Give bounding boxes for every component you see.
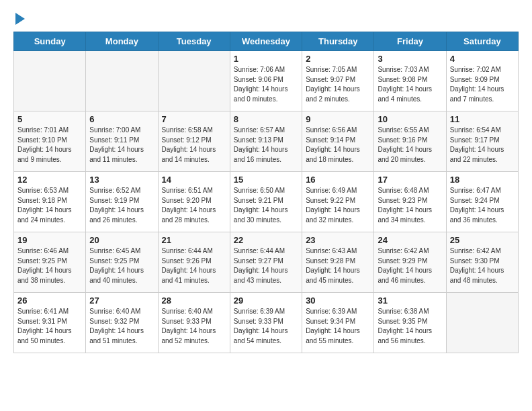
calendar-cell: 5Sunrise: 7:01 AM Sunset: 9:10 PM Daylig… <box>14 111 86 172</box>
day-number: 15 <box>234 175 298 185</box>
calendar-cell: 22Sunrise: 6:44 AM Sunset: 9:27 PM Dayli… <box>230 232 302 293</box>
day-info: Sunrise: 7:06 AM Sunset: 9:06 PM Dayligh… <box>234 65 298 104</box>
calendar-cell: 27Sunrise: 6:40 AM Sunset: 9:32 PM Dayli… <box>86 293 158 353</box>
calendar-cell: 2Sunrise: 7:05 AM Sunset: 9:07 PM Daylig… <box>302 51 374 111</box>
calendar-cell <box>158 51 230 111</box>
day-number: 18 <box>450 175 515 185</box>
day-info: Sunrise: 6:50 AM Sunset: 9:21 PM Dayligh… <box>234 186 298 225</box>
calendar-cell: 13Sunrise: 6:52 AM Sunset: 9:19 PM Dayli… <box>86 172 158 232</box>
calendar-week-3: 12Sunrise: 6:53 AM Sunset: 9:18 PM Dayli… <box>14 172 519 232</box>
day-info: Sunrise: 6:44 AM Sunset: 9:26 PM Dayligh… <box>162 246 226 285</box>
day-number: 4 <box>450 54 515 64</box>
calendar-cell: 14Sunrise: 6:51 AM Sunset: 9:20 PM Dayli… <box>158 172 230 232</box>
calendar-week-2: 5Sunrise: 7:01 AM Sunset: 9:10 PM Daylig… <box>14 111 519 172</box>
day-info: Sunrise: 6:40 AM Sunset: 9:32 PM Dayligh… <box>89 307 154 346</box>
calendar-cell: 15Sunrise: 6:50 AM Sunset: 9:21 PM Dayli… <box>230 172 302 232</box>
day-number: 8 <box>234 114 298 124</box>
day-number: 10 <box>378 114 442 124</box>
calendar-cell: 23Sunrise: 6:43 AM Sunset: 9:28 PM Dayli… <box>302 232 374 293</box>
weekday-header-monday: Monday <box>86 32 158 51</box>
day-info: Sunrise: 6:58 AM Sunset: 9:12 PM Dayligh… <box>162 126 226 165</box>
day-number: 6 <box>89 114 154 124</box>
day-number: 7 <box>162 114 226 124</box>
calendar-week-5: 26Sunrise: 6:41 AM Sunset: 9:31 PM Dayli… <box>14 293 519 353</box>
calendar-cell: 30Sunrise: 6:39 AM Sunset: 9:34 PM Dayli… <box>302 293 374 353</box>
day-info: Sunrise: 6:39 AM Sunset: 9:33 PM Dayligh… <box>234 307 298 346</box>
calendar-cell: 7Sunrise: 6:58 AM Sunset: 9:12 PM Daylig… <box>158 111 230 172</box>
calendar-cell: 29Sunrise: 6:39 AM Sunset: 9:33 PM Dayli… <box>230 293 302 353</box>
weekday-header-friday: Friday <box>374 32 446 51</box>
day-number: 13 <box>89 175 154 185</box>
logo-text <box>13 10 25 25</box>
calendar-table: SundayMondayTuesdayWednesdayThursdayFrid… <box>13 32 519 353</box>
day-info: Sunrise: 6:51 AM Sunset: 9:20 PM Dayligh… <box>162 186 226 225</box>
day-number: 28 <box>162 295 226 306</box>
weekday-header-sunday: Sunday <box>14 32 86 51</box>
logo <box>13 10 25 25</box>
calendar-cell <box>14 51 86 111</box>
day-number: 27 <box>89 295 154 306</box>
header <box>13 10 519 25</box>
day-number: 12 <box>17 175 82 185</box>
day-info: Sunrise: 6:45 AM Sunset: 9:25 PM Dayligh… <box>89 246 154 285</box>
weekday-header-saturday: Saturday <box>446 32 518 51</box>
day-number: 23 <box>306 235 370 245</box>
day-info: Sunrise: 6:39 AM Sunset: 9:34 PM Dayligh… <box>306 307 370 346</box>
day-number: 5 <box>17 114 82 124</box>
calendar-week-1: 1Sunrise: 7:06 AM Sunset: 9:06 PM Daylig… <box>14 51 519 111</box>
calendar-cell: 19Sunrise: 6:46 AM Sunset: 9:25 PM Dayli… <box>14 232 86 293</box>
calendar-cell: 8Sunrise: 6:57 AM Sunset: 9:13 PM Daylig… <box>230 111 302 172</box>
day-info: Sunrise: 6:57 AM Sunset: 9:13 PM Dayligh… <box>234 126 298 165</box>
calendar-cell: 20Sunrise: 6:45 AM Sunset: 9:25 PM Dayli… <box>86 232 158 293</box>
calendar-cell: 1Sunrise: 7:06 AM Sunset: 9:06 PM Daylig… <box>230 51 302 111</box>
day-number: 20 <box>89 235 154 245</box>
day-number: 21 <box>162 235 226 245</box>
day-info: Sunrise: 6:54 AM Sunset: 9:17 PM Dayligh… <box>450 126 515 165</box>
day-number: 19 <box>17 235 82 245</box>
day-info: Sunrise: 6:46 AM Sunset: 9:25 PM Dayligh… <box>17 246 82 285</box>
calendar-cell: 4Sunrise: 7:02 AM Sunset: 9:09 PM Daylig… <box>446 51 518 111</box>
calendar-cell: 28Sunrise: 6:40 AM Sunset: 9:33 PM Dayli… <box>158 293 230 353</box>
day-number: 14 <box>162 175 226 185</box>
calendar-cell: 12Sunrise: 6:53 AM Sunset: 9:18 PM Dayli… <box>14 172 86 232</box>
weekday-header-wednesday: Wednesday <box>230 32 302 51</box>
day-info: Sunrise: 6:48 AM Sunset: 9:23 PM Dayligh… <box>378 186 442 225</box>
day-info: Sunrise: 6:44 AM Sunset: 9:27 PM Dayligh… <box>234 246 298 285</box>
calendar-cell: 10Sunrise: 6:55 AM Sunset: 9:16 PM Dayli… <box>374 111 446 172</box>
calendar-cell: 9Sunrise: 6:56 AM Sunset: 9:14 PM Daylig… <box>302 111 374 172</box>
day-info: Sunrise: 7:01 AM Sunset: 9:10 PM Dayligh… <box>17 126 82 165</box>
day-info: Sunrise: 6:52 AM Sunset: 9:19 PM Dayligh… <box>89 186 154 225</box>
day-number: 17 <box>378 175 442 185</box>
day-number: 11 <box>450 114 515 124</box>
day-number: 24 <box>378 235 442 245</box>
day-number: 30 <box>306 295 370 306</box>
calendar-week-4: 19Sunrise: 6:46 AM Sunset: 9:25 PM Dayli… <box>14 232 519 293</box>
day-info: Sunrise: 6:55 AM Sunset: 9:16 PM Dayligh… <box>378 126 442 165</box>
day-info: Sunrise: 6:40 AM Sunset: 9:33 PM Dayligh… <box>162 307 226 346</box>
calendar-cell: 25Sunrise: 6:42 AM Sunset: 9:30 PM Dayli… <box>446 232 518 293</box>
day-info: Sunrise: 6:38 AM Sunset: 9:35 PM Dayligh… <box>378 307 442 346</box>
day-number: 25 <box>450 235 515 245</box>
calendar-cell <box>86 51 158 111</box>
calendar-cell: 17Sunrise: 6:48 AM Sunset: 9:23 PM Dayli… <box>374 172 446 232</box>
day-number: 16 <box>306 175 370 185</box>
day-info: Sunrise: 7:00 AM Sunset: 9:11 PM Dayligh… <box>89 126 154 165</box>
day-info: Sunrise: 7:02 AM Sunset: 9:09 PM Dayligh… <box>450 65 515 104</box>
day-info: Sunrise: 6:56 AM Sunset: 9:14 PM Dayligh… <box>306 126 370 165</box>
calendar-cell: 6Sunrise: 7:00 AM Sunset: 9:11 PM Daylig… <box>86 111 158 172</box>
day-number: 2 <box>306 54 370 64</box>
calendar-cell: 3Sunrise: 7:03 AM Sunset: 9:08 PM Daylig… <box>374 51 446 111</box>
day-info: Sunrise: 6:43 AM Sunset: 9:28 PM Dayligh… <box>306 246 370 285</box>
day-number: 22 <box>234 235 298 245</box>
calendar-cell: 31Sunrise: 6:38 AM Sunset: 9:35 PM Dayli… <box>374 293 446 353</box>
day-info: Sunrise: 6:47 AM Sunset: 9:24 PM Dayligh… <box>450 186 515 225</box>
calendar-cell <box>446 293 518 353</box>
calendar-cell: 21Sunrise: 6:44 AM Sunset: 9:26 PM Dayli… <box>158 232 230 293</box>
calendar-cell: 11Sunrise: 6:54 AM Sunset: 9:17 PM Dayli… <box>446 111 518 172</box>
day-number: 26 <box>17 295 82 306</box>
logo-arrow-icon <box>15 13 25 25</box>
calendar-cell: 18Sunrise: 6:47 AM Sunset: 9:24 PM Dayli… <box>446 172 518 232</box>
calendar-cell: 24Sunrise: 6:42 AM Sunset: 9:29 PM Dayli… <box>374 232 446 293</box>
page: SundayMondayTuesdayWednesdayThursdayFrid… <box>0 0 532 363</box>
day-number: 9 <box>306 114 370 124</box>
